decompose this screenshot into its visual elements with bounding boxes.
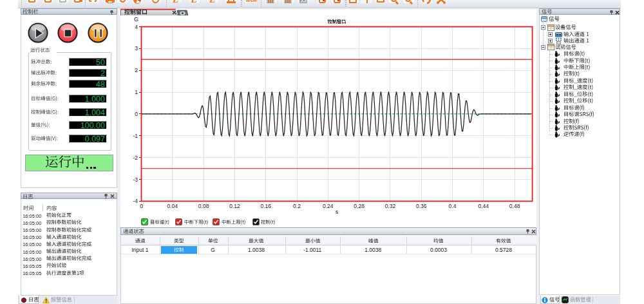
svg-text:G: G	[134, 16, 138, 23]
svg-text:0.24: 0.24	[323, 203, 334, 209]
svg-text:2: 2	[135, 67, 138, 73]
svg-text:-3: -3	[133, 176, 138, 183]
svg-text:0.44: 0.44	[478, 203, 489, 209]
svg-text:0.12: 0.12	[229, 203, 240, 209]
svg-text:0: 0	[140, 203, 143, 209]
svg-text:0.2: 0.2	[293, 203, 301, 209]
svg-text:0.48: 0.48	[509, 203, 520, 209]
svg-text:0.4: 0.4	[449, 203, 457, 209]
svg-text:3: 3	[135, 45, 138, 52]
svg-text:0.36: 0.36	[416, 203, 427, 209]
svg-text:0.04: 0.04	[167, 203, 178, 209]
svg-text:-4: -4	[133, 198, 138, 204]
svg-text:-1: -1	[133, 133, 138, 139]
svg-text:s: s	[336, 209, 338, 215]
svg-text:0.16: 0.16	[260, 203, 271, 209]
svg-text:0: 0	[135, 111, 138, 117]
svg-text:0.28: 0.28	[354, 203, 365, 209]
svg-text:0.08: 0.08	[198, 203, 209, 209]
svg-text:-2: -2	[133, 155, 138, 161]
svg-text:0.32: 0.32	[385, 203, 396, 209]
svg-text:1: 1	[135, 89, 138, 95]
svg-text:4: 4	[135, 24, 138, 30]
